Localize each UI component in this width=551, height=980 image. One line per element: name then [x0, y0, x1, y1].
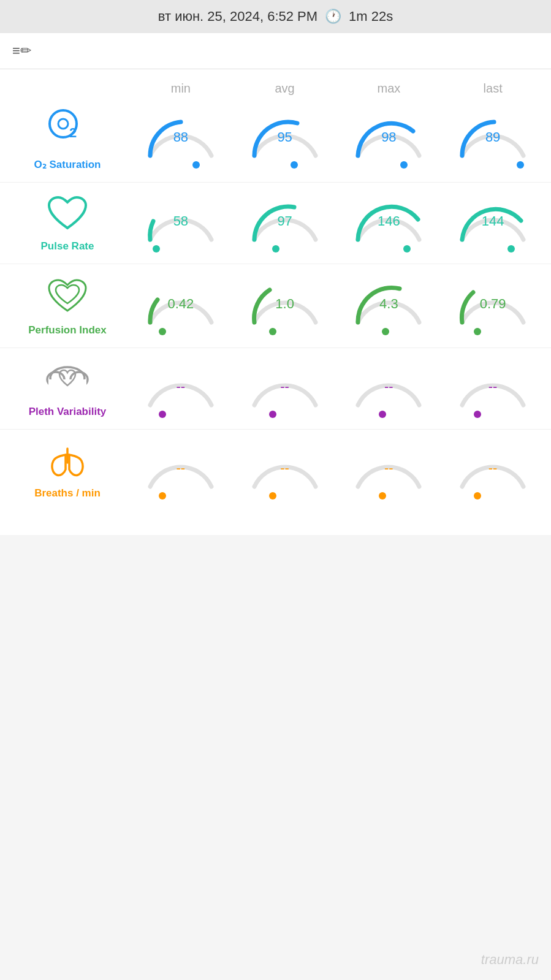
metric-row-o2: 2 O₂ Saturation 88 95	[0, 96, 551, 183]
value-o2-last: 89	[485, 129, 500, 145]
value-perfusion-avg: 1.0	[275, 296, 294, 312]
metric-name-pleth: Pleth Variability	[29, 406, 107, 418]
metric-label-breaths: Breaths / min	[6, 441, 129, 499]
gauge-o2-avg: 95	[233, 110, 337, 169]
value-o2-avg: 95	[277, 129, 292, 145]
gauge-breaths-avg: --	[233, 441, 337, 499]
dot-pulse-avg	[272, 245, 279, 253]
gauge-perfusion-min: 0.42	[129, 276, 233, 335]
gauge-perfusion-last: 0.79	[441, 276, 545, 335]
metric-name-pulse: Pulse Rate	[41, 240, 94, 253]
metric-row-perfusion: Perfusion Index 0.42 1.0	[0, 264, 551, 348]
metric-label-o2: 2 O₂ Saturation	[6, 107, 129, 171]
value-pulse-avg: 97	[277, 213, 292, 229]
gauge-o2-max: 98	[337, 110, 441, 169]
dot-pulse-last	[507, 245, 515, 253]
dot-perfusion-last	[474, 328, 481, 335]
value-breaths-max: --	[384, 460, 393, 476]
value-perfusion-min: 0.42	[167, 296, 194, 312]
status-bar: вт июн. 25, 2024, 6:52 PM 🕐 1m 22s	[0, 0, 551, 33]
dot-pulse-max	[403, 245, 411, 253]
toolbar: ≡✏	[0, 33, 551, 69]
dot-pleth-last	[474, 411, 481, 418]
value-breaths-last: --	[488, 460, 498, 476]
dot-breaths-min	[159, 492, 166, 499]
metric-row-pleth: Pleth Variability -- --	[0, 348, 551, 430]
dot-o2-min	[192, 161, 200, 169]
dot-pleth-max	[379, 411, 386, 418]
breaths-icon	[44, 441, 91, 484]
value-breaths-min: --	[177, 460, 186, 476]
metric-row-breaths: Breaths / min -- --	[0, 430, 551, 511]
status-duration: 1m 22s	[349, 9, 393, 25]
gauge-perfusion-avg: 1.0	[233, 276, 337, 335]
dot-o2-max	[400, 161, 408, 169]
svg-text:2: 2	[69, 125, 77, 140]
col-max: max	[337, 82, 441, 96]
value-o2-max: 98	[381, 129, 396, 145]
gauge-perfusion-max: 4.3	[337, 276, 441, 335]
dot-breaths-last	[474, 492, 481, 499]
status-datetime: вт июн. 25, 2024, 6:52 PM	[158, 9, 317, 25]
col-min: min	[129, 82, 233, 96]
dot-pulse-min	[153, 245, 160, 253]
dot-breaths-max	[379, 492, 386, 499]
dot-breaths-avg	[269, 492, 276, 499]
dot-pleth-avg	[269, 411, 276, 418]
gauge-breaths-last: --	[441, 441, 545, 499]
value-pulse-max: 146	[378, 213, 400, 229]
value-pleth-avg: --	[280, 379, 289, 395]
edit-icon[interactable]: ≡✏	[12, 43, 31, 58]
gauge-pleth-avg: --	[233, 359, 337, 418]
col-last: last	[441, 82, 545, 96]
metric-label-pleth: Pleth Variability	[6, 360, 129, 418]
main-content: min avg max last 2 O₂ Saturation	[0, 69, 551, 535]
watermark: trauma.ru	[481, 952, 539, 968]
value-perfusion-last: 0.79	[480, 296, 506, 312]
svg-point-1	[58, 119, 68, 129]
dot-o2-last	[517, 161, 524, 169]
dot-pleth-min	[159, 411, 166, 418]
column-headers: min avg max last	[0, 75, 551, 96]
col-avg: avg	[233, 82, 337, 96]
value-pleth-min: --	[177, 379, 186, 395]
value-pleth-max: --	[384, 379, 393, 395]
gauge-pulse-avg: 97	[233, 194, 337, 253]
pleth-icon	[44, 360, 91, 402]
gauge-pulse-min: 58	[129, 194, 233, 253]
metric-label-pulse: Pulse Rate	[6, 194, 129, 253]
metric-row-pulse: Pulse Rate 58 97	[0, 183, 551, 264]
gauge-pleth-min: --	[129, 359, 233, 418]
pulse-icon	[46, 194, 89, 237]
o2-icon: 2	[46, 107, 89, 154]
value-pleth-last: --	[488, 379, 498, 395]
dot-perfusion-max	[382, 328, 389, 335]
gauge-breaths-min: --	[129, 441, 233, 499]
metric-name-o2: O₂ Saturation	[34, 158, 101, 171]
gauge-pulse-max: 146	[337, 194, 441, 253]
gauge-breaths-max: --	[337, 441, 441, 499]
dot-o2-avg	[291, 161, 298, 169]
metric-label-perfusion: Perfusion Index	[6, 275, 129, 336]
perfusion-icon	[45, 275, 91, 321]
value-o2-min: 88	[173, 129, 188, 145]
metric-name-breaths: Breaths / min	[34, 487, 101, 499]
gauge-pleth-last: --	[441, 359, 545, 418]
gauge-pulse-last: 144	[441, 194, 545, 253]
dot-perfusion-avg	[269, 328, 276, 335]
gauge-pleth-max: --	[337, 359, 441, 418]
dot-perfusion-min	[159, 328, 166, 335]
gauge-o2-min: 88	[129, 110, 233, 169]
value-breaths-avg: --	[280, 460, 289, 476]
gauge-o2-last: 89	[441, 110, 545, 169]
value-pulse-last: 144	[482, 213, 504, 229]
metric-name-perfusion: Perfusion Index	[28, 324, 107, 336]
value-perfusion-max: 4.3	[379, 296, 398, 312]
clock-icon: 🕐	[325, 9, 341, 25]
value-pulse-min: 58	[173, 213, 188, 229]
